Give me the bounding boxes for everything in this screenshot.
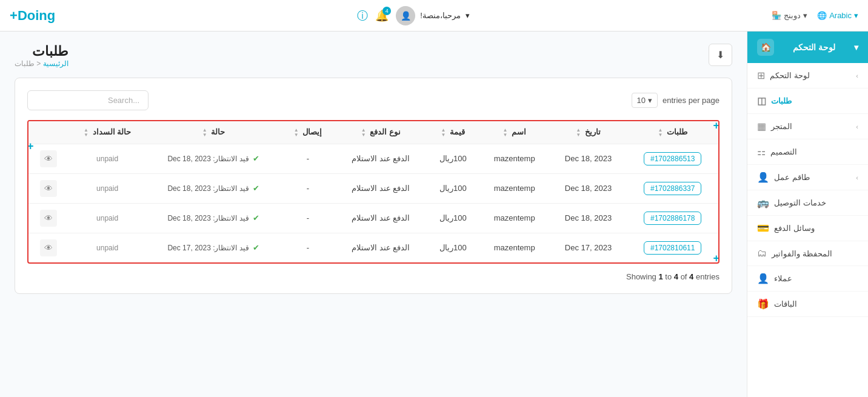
sidebar-item-requests[interactable]: طلبات ◫ <box>747 88 868 114</box>
sidebar-label-wallet: المحفظة والفواتير <box>772 249 832 258</box>
order-badge[interactable]: #1702886337 <box>644 182 701 195</box>
sidebar-item-dashboard2[interactable]: › لوحة التحكم ⊞ <box>747 63 868 88</box>
topbar-center: ▾ مرحبا،منصة! 👤 🔔 4 ⓘ <box>357 6 470 25</box>
col-name[interactable]: اسم ▲▼ <box>479 121 550 144</box>
download-button[interactable]: ⬇ <box>709 44 732 66</box>
view-button[interactable]: 👁 <box>40 210 57 227</box>
sidebar-icon-customers: 👤 <box>757 273 769 284</box>
sidebar-icon-payment: 💳 <box>757 222 769 234</box>
sidebar-icon-requests: ◫ <box>757 95 766 107</box>
cell-order-id: #1702886178 <box>627 203 718 233</box>
entries-per-page-select[interactable]: ▾ 10 <box>632 93 658 108</box>
table-row: #1702886513 Dec 18, 2023 mazentemp 100ري… <box>28 144 718 173</box>
sidebar-item-delivery[interactable]: خدمات التوصيل 🚌 <box>747 190 868 216</box>
cell-action: 👁 <box>28 233 68 262</box>
chevron-down-icon: ▾ <box>854 11 858 20</box>
plus-icon-top-left: + <box>27 141 34 152</box>
payment-status-badge: unpaid <box>96 214 118 222</box>
col-requests[interactable]: طلبات ▲▼ <box>627 121 718 144</box>
search-input[interactable] <box>27 90 149 110</box>
cell-date: Dec 18, 2023 <box>550 144 627 173</box>
chevron-down-icon: ▾ <box>648 96 652 105</box>
orders-table: طلبات ▲▼ تاريخ ▲▼ اسم ▲▼ <box>28 121 718 262</box>
sidebar-item-store[interactable]: › المتجر ▦ <box>747 114 868 139</box>
sidebar-label-payment: وسائل الدفع <box>774 224 815 233</box>
sidebar-label-delivery: خدمات التوصيل <box>774 198 826 207</box>
cell-payment-status: unpaid <box>68 233 147 262</box>
sort-arrows-payment: ▲▼ <box>361 128 366 138</box>
sidebar-icon-wallet: 🗂 <box>757 248 767 259</box>
col-delivery[interactable]: إيصال ▲▼ <box>281 121 335 144</box>
store-selector[interactable]: ▾ دوبنج 🏪 <box>772 11 807 20</box>
plus-icon-bottom-right: + <box>713 253 719 264</box>
page-title-block: طلبات الرئيسية < طلبات <box>15 44 68 68</box>
cell-payment-status: unpaid <box>68 173 147 203</box>
cell-value: 100ريال <box>427 173 479 203</box>
store-icon: 🏪 <box>772 11 781 20</box>
language-selector[interactable]: ▾ Arabic 🌐 <box>817 11 858 20</box>
chevron-down-icon: ▾ <box>466 11 470 20</box>
sidebar-item-packages[interactable]: الباقات 🎁 <box>747 292 868 317</box>
user-greeting: مرحبا،منصة! <box>420 11 461 20</box>
entries-label: entries per page <box>663 96 719 105</box>
col-status[interactable]: حالة ▲▼ <box>146 121 281 144</box>
cell-order-id: #1702810611 <box>627 233 718 262</box>
view-button[interactable]: 👁 <box>40 150 57 167</box>
table-wrapper: + + + طلبات ▲▼ تاريخ ▲▼ <box>27 120 719 264</box>
showing-from: 1 <box>658 272 663 281</box>
sort-arrows-requests: ▲▼ <box>658 128 663 138</box>
sidebar-icon-design: ⚏ <box>757 146 766 158</box>
order-badge[interactable]: #1702810611 <box>644 241 701 255</box>
cell-delivery: - <box>281 203 335 233</box>
cell-status: ✔ قيد الانتظار: Dec 18, 2023 <box>146 203 281 233</box>
language-label: Arabic <box>829 11 852 20</box>
logo-text: Doing <box>18 8 55 23</box>
dashboard-button[interactable]: ▾ لوحة التحكم 🏠 <box>747 32 868 63</box>
cell-value: 100ريال <box>427 144 479 173</box>
status-text: قيد الانتظار: Dec 18, 2023 <box>167 155 249 163</box>
sidebar-item-payment[interactable]: وسائل الدفع 💳 <box>747 216 868 241</box>
col-payment-status[interactable]: حالة السداد ▲▼ <box>68 121 147 144</box>
globe-icon: 🌐 <box>817 11 827 20</box>
view-button[interactable]: 👁 <box>40 180 57 197</box>
topbar-logo: Doing+ <box>10 8 55 24</box>
sidebar-chevron-dashboard2: › <box>856 72 858 79</box>
cell-value: 100ريال <box>427 203 479 233</box>
breadcrumb-home[interactable]: الرئيسية <box>43 59 68 68</box>
cell-value: 100ريال <box>427 233 479 262</box>
download-icon: ⬇ <box>716 50 724 60</box>
showing-to: 4 <box>674 272 678 281</box>
col-value[interactable]: قيمة ▲▼ <box>427 121 479 144</box>
sidebar-item-team[interactable]: › طاقم عمل 👤 <box>747 165 868 190</box>
table-row: #1702810611 Dec 17, 2023 mazentemp 100ري… <box>28 233 718 262</box>
plus-icon-top-right: + <box>713 120 719 131</box>
cell-order-id: #1702886513 <box>627 144 718 173</box>
view-button[interactable]: 👁 <box>40 239 57 256</box>
sidebar-item-customers[interactable]: عملاء 👤 <box>747 266 868 292</box>
store-label: دوبنج <box>784 11 801 20</box>
notifications-bell[interactable]: 🔔 4 <box>375 9 389 22</box>
payment-status-badge: unpaid <box>96 184 118 193</box>
cell-payment-type: الدفع عند الاستلام <box>335 203 427 233</box>
sidebar-label-packages: الباقات <box>774 299 797 309</box>
check-icon: ✔ <box>253 243 259 252</box>
sidebar-icon-dashboard2: ⊞ <box>757 70 765 81</box>
sidebar-item-wallet[interactable]: المحفظة والفواتير 🗂 <box>747 241 868 266</box>
cell-payment-type: الدفع عند الاستلام <box>335 144 427 173</box>
table-row: #1702886178 Dec 18, 2023 mazentemp 100ري… <box>28 203 718 233</box>
sidebar-chevron-team: › <box>856 174 858 181</box>
order-badge[interactable]: #1702886178 <box>644 212 701 225</box>
cell-payment-status: unpaid <box>68 144 147 173</box>
sidebar-icon-delivery: 🚌 <box>757 197 769 209</box>
sort-arrows-date: ▲▼ <box>576 128 581 138</box>
cell-order-id: #1702886337 <box>627 173 718 203</box>
help-icon[interactable]: ⓘ <box>357 8 368 23</box>
sidebar-item-design[interactable]: التصميم ⚏ <box>747 139 868 165</box>
col-date[interactable]: تاريخ ▲▼ <box>550 121 627 144</box>
col-payment-type[interactable]: نوع الدفع ▲▼ <box>335 121 427 144</box>
topbar: ▾ Arabic 🌐 ▾ دوبنج 🏪 ▾ مرحبا،منصة! 👤 🔔 4… <box>0 0 868 32</box>
payment-status-badge: unpaid <box>96 155 118 163</box>
home-icon: 🏠 <box>757 39 774 56</box>
user-menu[interactable]: ▾ مرحبا،منصة! 👤 <box>396 6 470 25</box>
order-badge[interactable]: #1702886513 <box>644 152 701 165</box>
